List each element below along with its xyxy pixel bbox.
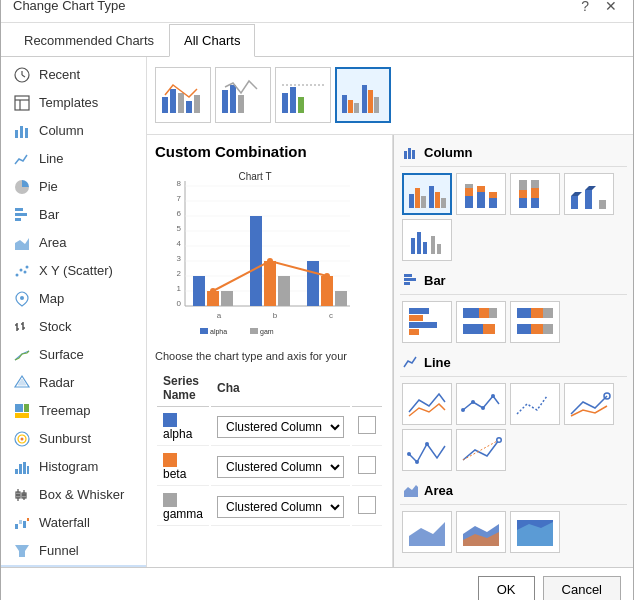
svg-rect-114 (435, 192, 440, 208)
sidebar-item-combo[interactable]: Combo (1, 565, 146, 567)
sidebar-item-scatter[interactable]: X Y (Scatter) (1, 257, 146, 285)
gamma-secondary-checkbox[interactable] (358, 496, 376, 514)
combo-thumb-3[interactable] (275, 67, 331, 123)
sidebar-item-stock[interactable]: Stock (1, 313, 146, 341)
svg-rect-91 (250, 216, 262, 306)
line-thumb-6[interactable] (456, 429, 506, 471)
svg-rect-122 (489, 192, 497, 198)
series-row-alpha: alpha Clustered Column (157, 409, 382, 447)
100pct-stacked-column-thumb[interactable] (510, 173, 560, 215)
area-thumb-1[interactable] (402, 511, 452, 553)
column-chart-icon (13, 122, 31, 140)
gamma-chart-type-select[interactable]: Clustered Column (217, 496, 344, 518)
help-button[interactable]: ? (577, 0, 593, 14)
beta-chart-type-select[interactable]: Clustered Column (217, 456, 344, 478)
stacked-column-thumb[interactable] (456, 173, 506, 215)
sidebar-item-area[interactable]: Area (1, 229, 146, 257)
tab-recommended[interactable]: Recommended Charts (9, 24, 169, 57)
sidebar-item-recent[interactable]: Recent (1, 61, 146, 89)
svg-rect-95 (321, 276, 333, 306)
svg-rect-150 (483, 324, 495, 334)
svg-rect-156 (543, 324, 553, 334)
line-section-header: Line (400, 351, 627, 377)
sunburst-icon (13, 430, 31, 448)
svg-rect-54 (194, 95, 200, 113)
sidebar-item-column[interactable]: Column (1, 117, 146, 145)
svg-marker-46 (15, 545, 29, 557)
gamma-color (163, 493, 177, 507)
line-thumb-1[interactable] (402, 383, 452, 425)
title-bar-controls: ? ✕ (577, 0, 621, 14)
svg-text:gam: gam (260, 328, 274, 336)
svg-rect-33 (19, 464, 22, 474)
line-thumb-5[interactable] (402, 429, 452, 471)
svg-point-102 (324, 273, 330, 279)
svg-rect-63 (348, 100, 353, 113)
sidebar-item-line[interactable]: Line (1, 145, 146, 173)
ok-button[interactable]: OK (478, 576, 535, 601)
funnel-icon (13, 542, 31, 560)
close-button[interactable]: ✕ (601, 0, 621, 14)
svg-text:1: 1 (177, 284, 182, 293)
main-area: Custom Combination Chart T 0 1 (147, 57, 633, 567)
svg-rect-103 (200, 328, 208, 334)
clustered-column-thumb[interactable] (402, 173, 452, 215)
svg-rect-28 (15, 413, 29, 418)
line-thumb-2[interactable] (456, 383, 506, 425)
sidebar-item-waterfall[interactable]: Waterfall (1, 509, 146, 537)
svg-rect-119 (477, 192, 485, 208)
combo-thumb-4-selected[interactable] (335, 67, 391, 123)
svg-rect-96 (335, 291, 347, 306)
cancel-button[interactable]: Cancel (543, 576, 621, 601)
beta-secondary-checkbox[interactable] (358, 456, 376, 474)
svg-rect-67 (374, 97, 379, 113)
area-thumb-3[interactable] (510, 511, 560, 553)
dialog-title: Change Chart Type (13, 0, 126, 13)
alpha-secondary-checkbox[interactable] (358, 416, 376, 434)
sidebar-item-histogram[interactable]: Histogram (1, 453, 146, 481)
svg-rect-32 (15, 469, 18, 474)
stacked-bar-thumb[interactable] (456, 301, 506, 343)
dialog-content: Recent Templates Column Li (1, 57, 633, 567)
thin-column-thumb[interactable] (402, 219, 452, 261)
svg-rect-3 (15, 96, 29, 110)
sidebar-item-surface[interactable]: Surface (1, 341, 146, 369)
svg-point-13 (16, 273, 19, 276)
svg-rect-136 (423, 242, 427, 254)
map-icon (13, 290, 31, 308)
svg-rect-140 (404, 278, 416, 281)
100pct-stacked-bar-thumb[interactable] (510, 301, 560, 343)
svg-rect-94 (307, 261, 319, 306)
sidebar-item-pie[interactable]: Pie (1, 173, 146, 201)
svg-rect-45 (27, 518, 29, 521)
svg-rect-115 (441, 198, 446, 208)
box-whisker-icon (13, 486, 31, 504)
column-section-icon (404, 145, 418, 159)
sidebar-item-funnel[interactable]: Funnel (1, 537, 146, 565)
svg-marker-130 (571, 192, 582, 196)
sidebar-item-radar[interactable]: Radar (1, 369, 146, 397)
tab-all-charts[interactable]: All Charts (169, 24, 255, 57)
sidebar-item-treemap[interactable]: Treemap (1, 397, 146, 425)
sidebar-item-map[interactable]: Map (1, 285, 146, 313)
line-thumb-3[interactable] (510, 383, 560, 425)
combo-thumb-2[interactable] (215, 67, 271, 123)
alpha-chart-type-select[interactable]: Clustered Column (217, 416, 344, 438)
svg-rect-7 (20, 126, 23, 138)
svg-rect-139 (404, 274, 412, 277)
sidebar-item-bar[interactable]: Bar (1, 201, 146, 229)
sidebar-item-sunburst[interactable]: Sunburst (1, 425, 146, 453)
area-thumb-2[interactable] (456, 511, 506, 553)
body-split: Custom Combination Chart T 0 1 (147, 135, 633, 567)
template-icon (13, 94, 31, 112)
sidebar-item-box-whisker[interactable]: Box & Whisker (1, 481, 146, 509)
line-thumb-4[interactable] (564, 383, 614, 425)
sidebar-item-templates[interactable]: Templates (1, 89, 146, 117)
svg-point-101 (267, 258, 273, 264)
clustered-bar-thumb[interactable] (402, 301, 452, 343)
svg-rect-135 (417, 232, 421, 254)
combo-thumb-1[interactable] (155, 67, 211, 123)
svg-rect-88 (193, 276, 205, 306)
svg-rect-149 (463, 324, 483, 334)
3d-column-thumb[interactable] (564, 173, 614, 215)
